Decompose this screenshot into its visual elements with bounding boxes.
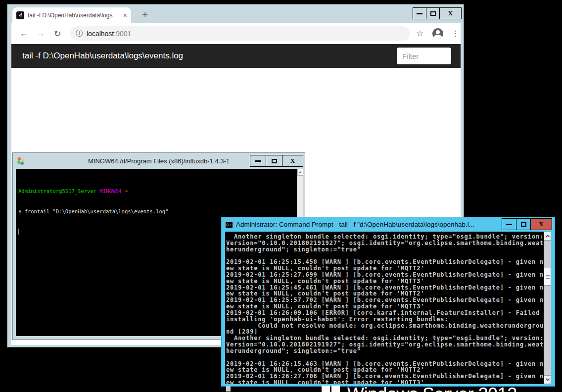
url-text: localhost:9001 xyxy=(87,29,131,38)
log-line: Version="0.10.0.201802191927"; osgi.iden… xyxy=(226,341,544,347)
log-line: herunderground"; singleton:="true" xyxy=(226,246,544,252)
log-line: installing 'openhab-ui-habot': Error res… xyxy=(226,316,544,322)
log-line: ew state is NULL, couldn't post update f… xyxy=(226,303,544,309)
url-host: localhost xyxy=(87,30,114,38)
frontail-favicon: -f xyxy=(16,11,24,19)
cmd-close-button[interactable]: X xyxy=(530,218,552,230)
scroll-up-button[interactable] xyxy=(297,169,303,176)
prompt-path: ~ xyxy=(122,188,128,194)
prompt-line: Administrator@5517_Server MINGW64 ~ xyxy=(18,188,168,195)
reload-icon[interactable]: ↻ xyxy=(49,28,66,39)
windows-server-text: Windows Server 2012 xyxy=(347,384,517,392)
mingw64-close-button[interactable]: X xyxy=(282,155,303,167)
prompt-env: MINGW64 xyxy=(96,188,122,194)
log-line xyxy=(226,252,544,258)
windows-logo-icon xyxy=(322,386,340,392)
address-bar[interactable]: ⓘ localhost:9001 xyxy=(70,26,410,41)
menu-kebab-icon[interactable]: ⋮ xyxy=(451,29,459,38)
log-line: ew state is NULL, couldn't post update f… xyxy=(226,379,544,384)
log-line: nd [289] xyxy=(226,328,544,335)
log-line: Version="0.10.0.201802191927"; osgi.iden… xyxy=(226,240,544,246)
log-line: Could not resolve module: org.eclipse.sm… xyxy=(226,322,544,329)
maximize-icon xyxy=(272,159,277,163)
arrow-down-icon xyxy=(545,377,549,381)
arrow-up-icon xyxy=(299,171,302,173)
log-line: ew state is NULL, couldn't post update f… xyxy=(226,366,544,373)
maximize-icon xyxy=(521,222,526,227)
browser-window-controls: X xyxy=(413,7,462,19)
browser-maximize-button[interactable] xyxy=(426,7,440,19)
scroll-up-button[interactable] xyxy=(544,232,551,241)
browser-toolbar: ← → ↻ ⓘ localhost:9001 ☆ ⋮ xyxy=(11,23,461,44)
cmd-window: C:\ Administrator: Command Prompt - tail… xyxy=(221,217,555,387)
close-icon: X xyxy=(539,220,543,228)
scroll-down-button[interactable] xyxy=(544,375,551,384)
site-info-icon[interactable]: ⓘ xyxy=(76,29,83,38)
minimize-icon xyxy=(417,13,422,14)
log-line: herunderground"; singleton:="true" xyxy=(226,347,544,354)
cmd-console[interactable]: Another singleton bundle selected: osgi.… xyxy=(225,232,545,384)
console-cursor xyxy=(226,386,231,392)
mingw64-maximize-button[interactable] xyxy=(266,155,282,167)
forward-icon[interactable]: → xyxy=(32,28,49,39)
browser-tab[interactable]: -f tail -f D:\OpenHab\userdata\logs × xyxy=(12,7,131,23)
bookmark-star-icon[interactable]: ☆ xyxy=(416,28,423,39)
terminal-cursor xyxy=(18,229,19,235)
tab-title: tail -f D:\OpenHab\userdata\logs xyxy=(28,12,120,19)
log-line: Another singleton bundle selected: osgi.… xyxy=(226,233,544,240)
cmd-scrollbar[interactable] xyxy=(544,232,551,384)
page-title: tail -f D:\OpenHab\userdata\logs\events.… xyxy=(22,51,183,61)
profile-avatar[interactable] xyxy=(432,28,443,39)
log-line: 2019-02-01 16:26:15.463 [WARN ] [b.core.… xyxy=(226,360,544,367)
mingw64-terminal-text: Administrator@5517_Server MINGW64 ~ $ fr… xyxy=(18,175,168,248)
log-line: 2019-02-01 16:26:27.706 [WARN ] [b.core.… xyxy=(226,373,544,379)
browser-minimize-button[interactable] xyxy=(413,7,426,19)
mingw64-window-controls: X xyxy=(250,155,303,167)
cmd-window-controls: X xyxy=(502,218,552,230)
log-line: 2019-02-01 16:25:27.699 [WARN ] [b.core.… xyxy=(226,271,544,278)
prompt-user: Administrator@5517_Server xyxy=(18,188,96,194)
frontail-page-header: tail -f D:\OpenHab\userdata\logs\events.… xyxy=(11,44,461,68)
cmd-maximize-button[interactable] xyxy=(516,218,531,230)
thumb-grip-icon xyxy=(546,275,550,279)
log-line: Another singleton bundle selected: osgi.… xyxy=(226,335,544,341)
close-icon: X xyxy=(448,9,453,17)
log-line: ew state is NULL, couldn't post update f… xyxy=(226,278,544,284)
close-icon: X xyxy=(290,157,295,165)
cmd-title: Administrator: Command Prompt - tail -f … xyxy=(236,221,503,228)
tab-close-icon[interactable]: × xyxy=(123,11,127,19)
cmd-icon: C:\ xyxy=(225,221,233,228)
cmd-minimize-button[interactable] xyxy=(502,218,516,230)
log-line xyxy=(226,354,544,360)
new-tab-button[interactable]: + xyxy=(138,8,152,22)
maximize-icon xyxy=(430,11,436,16)
minimize-icon xyxy=(506,224,512,225)
minimize-icon xyxy=(255,160,261,162)
back-icon[interactable]: ← xyxy=(15,28,32,39)
browser-close-button[interactable]: X xyxy=(439,7,462,19)
command-line: $ frontail "D:\OpenHab\userdata\logs\eve… xyxy=(18,208,168,215)
filter-input[interactable] xyxy=(397,48,451,64)
desktop-branding: Windows Server 2012 xyxy=(322,384,517,392)
log-line: 2019-02-01 16:25:45.461 [WARN ] [b.core.… xyxy=(226,284,544,291)
log-line: ew state is NULL, couldn't post update f… xyxy=(226,265,544,271)
log-line: 2019-02-01 16:25:57.702 [WARN ] [b.core.… xyxy=(226,296,544,303)
log-line: ew state is NULL, couldn't post update f… xyxy=(226,290,544,296)
arrow-up-icon xyxy=(545,235,549,239)
cmd-log-output: Another singleton bundle selected: osgi.… xyxy=(226,233,544,384)
log-line: 2019-02-01 16:25:15.458 [WARN ] [b.core.… xyxy=(226,258,544,265)
url-port: :9001 xyxy=(114,30,131,38)
mingw64-minimize-button[interactable] xyxy=(250,155,266,167)
scrollbar-thumb[interactable] xyxy=(544,268,551,286)
log-line: 2019-02-01 16:26:09.106 [ERROR] [core.ka… xyxy=(226,309,544,316)
